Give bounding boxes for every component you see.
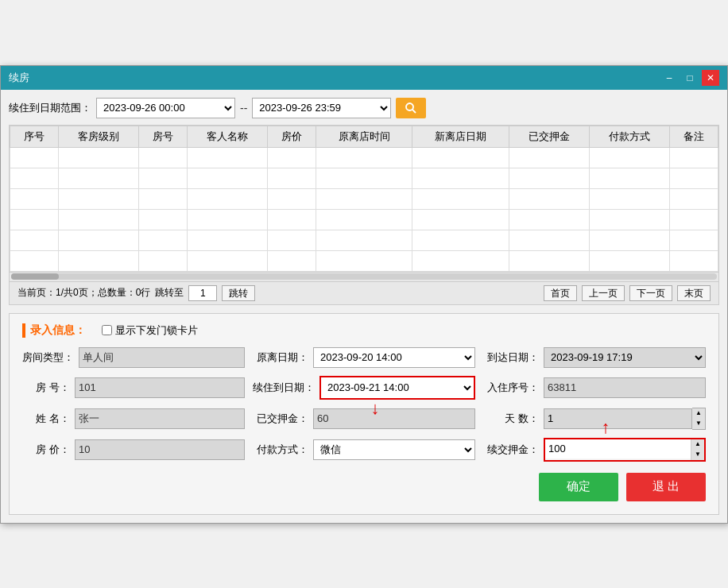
scrollbar-track: [11, 273, 717, 280]
original-date-label: 原离日期：: [253, 350, 308, 365]
days-input[interactable]: [544, 408, 692, 429]
minimize-button[interactable]: –: [660, 70, 678, 86]
table-row: [10, 168, 718, 188]
deposit-field: 已交押金：: [253, 408, 475, 429]
continue-date-select[interactable]: 2023-09-21 14:00: [321, 377, 474, 398]
checkin-no-input[interactable]: [544, 377, 706, 398]
extra-deposit-field: 续交押金： ▲ ▼ ↑: [483, 438, 706, 462]
payment-select[interactable]: 微信 现金 支付宝 银行卡 其他: [313, 439, 475, 460]
pagination-row: 当前页：1/共0页；总数量：0行 跳转至 跳转 首页 上一页 下一页 末页: [9, 282, 719, 305]
days-spin-down[interactable]: ▼: [692, 419, 705, 429]
arrival-date-field: 到达日期： 2023-09-19 17:19: [483, 347, 706, 368]
prev-page-button[interactable]: 上一页: [582, 285, 625, 301]
filter-row: 续住到日期范围： 2023-09-26 00:00 -- 2023-09-26 …: [9, 98, 719, 118]
data-table-container: 序号 客房级别 房号 客人名称 房价 原离店时间 新离店日期 已交押金 付款方式…: [9, 125, 719, 273]
search-button[interactable]: [396, 98, 426, 118]
show-lock-card-checkbox[interactable]: [102, 325, 112, 335]
col-remark: 备注: [670, 126, 718, 147]
col-room-no: 房号: [139, 126, 188, 147]
jump-input[interactable]: [188, 285, 217, 301]
checkin-no-field: 入住序号：: [483, 377, 706, 398]
window-controls: – □ ✕: [660, 70, 719, 86]
col-guest-name: 客人名称: [187, 126, 267, 147]
date-to-select[interactable]: 2023-09-26 23:59: [252, 98, 391, 118]
arrival-date-select[interactable]: 2023-09-19 17:19: [544, 347, 706, 368]
name-input[interactable]: [75, 408, 245, 429]
price-input[interactable]: [75, 439, 245, 460]
date-separator: --: [240, 102, 247, 114]
col-seq: 序号: [10, 126, 59, 147]
continue-date-wrapper: 2023-09-21 14:00: [319, 376, 475, 400]
extra-deposit-spinbox: ▲ ▼: [544, 438, 706, 462]
svg-line-1: [412, 109, 416, 112]
jump-label: 跳转至: [155, 286, 184, 300]
search-icon: [404, 101, 418, 115]
days-spin-up[interactable]: ▲: [692, 408, 705, 419]
days-spinbox: ▲ ▼: [544, 408, 706, 430]
main-window: 续房 – □ ✕ 续住到日期范围： 2023-09-26 00:00 -- 20…: [0, 65, 728, 524]
next-page-button[interactable]: 下一页: [629, 285, 672, 301]
continue-date-field: 续住到日期： 2023-09-21 14:00 ↓: [253, 376, 475, 400]
last-page-button[interactable]: 末页: [677, 285, 711, 301]
table-row: [10, 230, 718, 250]
window-title: 续房: [9, 71, 29, 85]
show-lock-card-label[interactable]: 显示下发门锁卡片: [102, 323, 198, 338]
col-room-class: 客房级别: [58, 126, 138, 147]
days-label: 天 数：: [483, 412, 539, 426]
col-new-date: 新离店日期: [412, 126, 509, 147]
extra-deposit-spin-down[interactable]: ▼: [691, 450, 704, 460]
col-payment: 付款方式: [590, 126, 670, 147]
table-row: [10, 250, 718, 271]
name-field: 姓 名：: [22, 408, 245, 429]
name-label: 姓 名：: [22, 412, 70, 426]
extra-deposit-spin-up[interactable]: ▲: [691, 439, 704, 450]
form-title: 录入信息：: [22, 323, 86, 338]
bottom-buttons: 确定 退 出: [22, 473, 706, 501]
pagination-info: 当前页：1/共0页；总数量：0行: [17, 286, 150, 300]
room-no-input[interactable]: [75, 377, 245, 398]
table-row: [10, 209, 718, 230]
continue-date-label: 续住到日期：: [253, 381, 315, 395]
first-page-button[interactable]: 首页: [544, 285, 577, 301]
horizontal-scrollbar[interactable]: [9, 273, 719, 282]
payment-label: 付款方式：: [253, 443, 308, 457]
extra-deposit-spin-buttons: ▲ ▼: [691, 439, 704, 460]
extra-deposit-input[interactable]: [545, 439, 691, 458]
svg-point-0: [406, 103, 413, 110]
title-bar: 续房 – □ ✕: [1, 66, 727, 90]
checkin-no-label: 入住序号：: [483, 381, 539, 395]
date-from-select[interactable]: 2023-09-26 00:00: [96, 98, 235, 118]
jump-button[interactable]: 跳转: [222, 285, 255, 301]
record-form: 录入信息： 显示下发门锁卡片 房间类型： 原离日期： 2023-09-20 14…: [9, 313, 719, 515]
deposit-label: 已交押金：: [253, 412, 308, 426]
days-field: 天 数： ▲ ▼: [483, 408, 706, 430]
table-row: [10, 188, 718, 209]
main-content: 续住到日期范围： 2023-09-26 00:00 -- 2023-09-26 …: [1, 90, 727, 523]
arrival-date-label: 到达日期：: [483, 350, 539, 365]
table-row: [10, 147, 718, 168]
deposit-input[interactable]: [313, 408, 475, 429]
scrollbar-thumb: [11, 273, 59, 280]
col-orig-time: 原离店时间: [316, 126, 412, 147]
room-type-input[interactable]: [79, 347, 245, 368]
room-type-field: 房间类型：: [22, 347, 245, 368]
original-date-select[interactable]: 2023-09-20 14:00: [313, 347, 475, 368]
close-button[interactable]: ✕: [702, 70, 719, 86]
filter-label: 续住到日期范围：: [9, 101, 91, 115]
col-deposit: 已交押金: [509, 126, 589, 147]
data-table: 序号 客房级别 房号 客人名称 房价 原离店时间 新离店日期 已交押金 付款方式…: [10, 126, 718, 272]
exit-button[interactable]: 退 出: [626, 473, 706, 501]
form-header: 录入信息： 显示下发门锁卡片: [22, 323, 706, 338]
price-field: 房 价：: [22, 439, 245, 460]
room-no-label: 房 号：: [22, 381, 70, 395]
room-no-field: 房 号：: [22, 377, 245, 398]
extra-deposit-label: 续交押金：: [483, 443, 539, 457]
confirm-button[interactable]: 确定: [539, 473, 618, 501]
payment-field: 付款方式： 微信 现金 支付宝 银行卡 其他: [253, 439, 475, 460]
col-price: 房价: [268, 126, 316, 147]
room-type-label: 房间类型：: [22, 350, 74, 365]
original-date-field: 原离日期： 2023-09-20 14:00: [253, 347, 475, 368]
maximize-button[interactable]: □: [681, 70, 699, 86]
price-label: 房 价：: [22, 443, 70, 457]
days-spin-buttons: ▲ ▼: [692, 408, 706, 430]
